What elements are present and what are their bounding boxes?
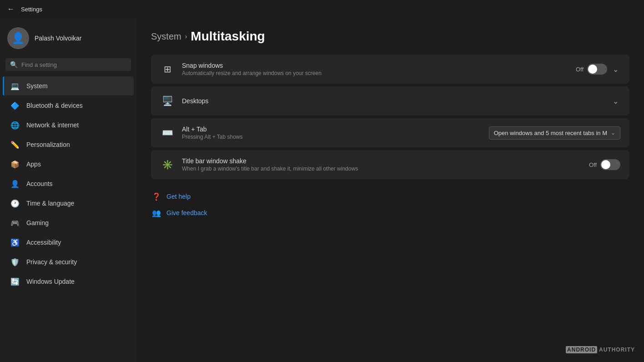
bluetooth-label: Bluetooth & devices: [26, 102, 83, 109]
back-button[interactable]: ←: [5, 3, 16, 15]
titlebar: ← Settings: [0, 0, 644, 18]
update-icon: 🔄: [10, 277, 20, 287]
title-bar-shake-icon: ✳️: [160, 157, 175, 172]
snap-windows-icon: ⊞: [160, 62, 175, 76]
search-icon: 🔍: [10, 61, 18, 68]
sidebar-item-time[interactable]: 🕐Time & language: [3, 194, 134, 213]
watermark-text: AUTHORITY: [599, 347, 635, 353]
nav-container: 💻System🔷Bluetooth & devices🌐Network & in…: [0, 76, 136, 291]
watermark: ANDROID AUTHORITY: [566, 347, 635, 353]
snap-windows-title: Snap windows: [182, 62, 569, 69]
breadcrumb-arrow: ›: [185, 33, 187, 40]
main-layout: 👤 Palash Volvoikar 🔍 💻System🔷Bluetooth &…: [0, 18, 644, 362]
setting-title-bar-shake: ✳️Title bar window shakeWhen I grab a wi…: [151, 150, 629, 179]
user-section: 👤 Palash Volvoikar: [0, 22, 136, 56]
desktops-title: Desktops: [182, 97, 604, 105]
snap-windows-chevron[interactable]: ⌄: [611, 63, 620, 75]
setting-desktops: 🖥️Desktops⌄: [151, 86, 629, 116]
title-bar-shake-title: Title bar window shake: [182, 157, 582, 165]
title-bar-shake-toggle[interactable]: [600, 159, 620, 170]
alt-tab-icon: ⌨️: [160, 126, 175, 140]
privacy-icon: 🛡️: [10, 257, 20, 267]
sidebar-item-accounts[interactable]: 👤Accounts: [3, 174, 134, 193]
accessibility-icon: ♿: [10, 237, 20, 247]
titlebar-title: Settings: [21, 6, 42, 13]
apps-icon: 📦: [10, 159, 20, 169]
sidebar-item-system[interactable]: 💻System: [3, 76, 134, 96]
sidebar-item-privacy[interactable]: 🛡️Privacy & security: [3, 252, 134, 272]
network-label: Network & internet: [26, 121, 79, 129]
gaming-icon: 🎮: [10, 218, 20, 228]
desktops-chevron[interactable]: ⌄: [611, 95, 620, 107]
time-label: Time & language: [26, 200, 74, 207]
bluetooth-icon: 🔷: [10, 101, 20, 111]
get-help-label: Get help: [166, 193, 191, 200]
watermark-highlight: ANDROID: [566, 346, 597, 353]
alt-tab-dropdown-arrow: ⌄: [611, 130, 615, 136]
alt-tab-title: Alt + Tab: [182, 126, 482, 133]
desktops-icon: 🖥️: [160, 94, 175, 108]
update-label: Windows Update: [26, 278, 75, 285]
apps-label: Apps: [26, 161, 41, 168]
sidebar: 👤 Palash Volvoikar 🔍 💻System🔷Bluetooth &…: [0, 18, 136, 362]
personalization-icon: ✏️: [10, 140, 20, 150]
title-bar-shake-desc: When I grab a window's title bar and sha…: [182, 166, 582, 172]
accessibility-label: Accessibility: [26, 239, 61, 246]
sidebar-item-bluetooth[interactable]: 🔷Bluetooth & devices: [3, 96, 134, 115]
avatar: 👤: [7, 27, 29, 49]
setting-snap-windows: ⊞Snap windowsAutomatically resize and ar…: [151, 55, 629, 84]
sidebar-item-gaming[interactable]: 🎮Gaming: [3, 213, 134, 232]
sidebar-item-apps[interactable]: 📦Apps: [3, 155, 134, 174]
privacy-label: Privacy & security: [26, 258, 77, 266]
alt-tab-dropdown[interactable]: Open windows and 5 most recent tabs in M…: [489, 126, 620, 140]
help-section: ❓Get help👥Give feedback: [151, 188, 629, 221]
help-link-get-help[interactable]: ❓Get help: [151, 188, 629, 205]
content-area: System › Multitasking ⊞Snap windowsAutom…: [136, 18, 644, 362]
user-name: Palash Volvoikar: [35, 35, 82, 42]
title-bar-shake-state-label: Off: [589, 161, 597, 168]
help-link-give-feedback[interactable]: 👥Give feedback: [151, 205, 629, 221]
give-feedback-icon: 👥: [151, 207, 162, 218]
sidebar-item-network[interactable]: 🌐Network & internet: [3, 116, 134, 135]
breadcrumb-current: Multitasking: [191, 29, 265, 44]
search-box[interactable]: 🔍: [5, 58, 131, 71]
gaming-label: Gaming: [26, 219, 49, 226]
settings-container: ⊞Snap windowsAutomatically resize and ar…: [151, 55, 629, 179]
breadcrumb: System › Multitasking: [151, 29, 629, 44]
personalization-label: Personalization: [26, 141, 70, 148]
snap-windows-desc: Automatically resize and arrange windows…: [182, 70, 569, 76]
search-input[interactable]: [21, 61, 126, 68]
system-icon: 💻: [10, 81, 20, 91]
setting-alt-tab: ⌨️Alt + TabPressing Alt + Tab showsOpen …: [151, 118, 629, 147]
breadcrumb-parent[interactable]: System: [151, 31, 181, 42]
snap-windows-state-label: Off: [576, 66, 584, 73]
get-help-icon: ❓: [151, 191, 162, 202]
accounts-label: Accounts: [26, 180, 53, 187]
sidebar-item-update[interactable]: 🔄Windows Update: [3, 272, 134, 291]
alt-tab-dropdown-value: Open windows and 5 most recent tabs in M: [494, 130, 607, 136]
network-icon: 🌐: [10, 120, 20, 130]
accounts-icon: 👤: [10, 179, 20, 189]
sidebar-item-personalization[interactable]: ✏️Personalization: [3, 135, 134, 154]
alt-tab-desc: Pressing Alt + Tab shows: [182, 134, 482, 140]
sidebar-item-accessibility[interactable]: ♿Accessibility: [3, 233, 134, 252]
system-label: System: [26, 82, 48, 90]
snap-windows-toggle[interactable]: [587, 64, 607, 75]
time-icon: 🕐: [10, 198, 20, 208]
give-feedback-label: Give feedback: [166, 209, 207, 216]
